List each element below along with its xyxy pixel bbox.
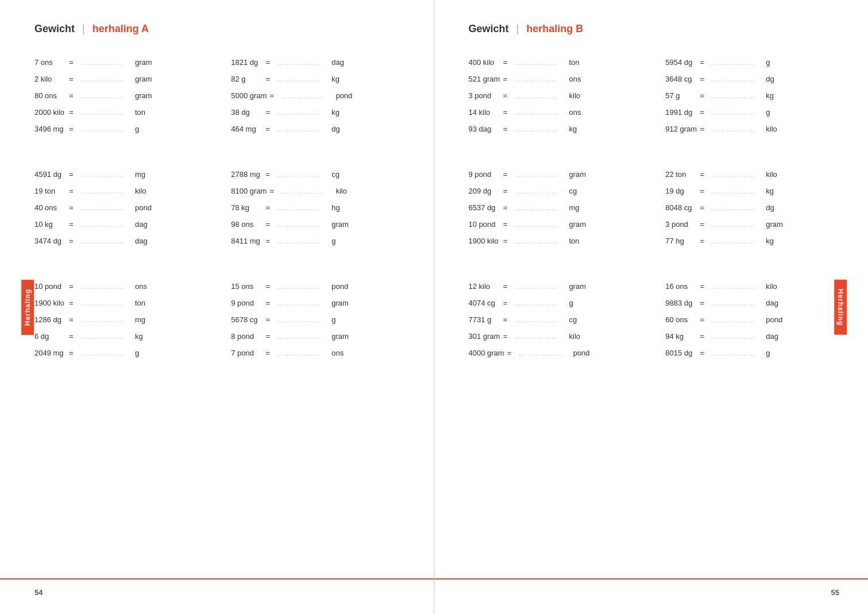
- exercise-blank[interactable]: ………………: [711, 299, 762, 307]
- exercise-blank[interactable]: ………………: [80, 349, 132, 357]
- exercise-blank[interactable]: ………………: [711, 333, 762, 341]
- exercise-item[interactable]: 9 pond=………………gram: [469, 170, 643, 179]
- exercise-blank[interactable]: ………………: [514, 204, 566, 212]
- exercise-blank[interactable]: ………………: [80, 92, 132, 100]
- exercise-item[interactable]: 7731 g=………………cg: [469, 315, 643, 324]
- exercise-blank[interactable]: ………………: [514, 92, 566, 100]
- exercise-item[interactable]: 1821 dg=………………dag: [231, 58, 404, 67]
- exercise-item[interactable]: 2000 kilo=………………ton: [34, 108, 208, 117]
- exercise-item[interactable]: 80 ons=………………gram: [34, 91, 208, 100]
- exercise-item[interactable]: 464 mg=………………dg: [231, 125, 404, 133]
- exercise-blank[interactable]: ………………: [518, 349, 570, 357]
- exercise-item[interactable]: 94 kg=………………dag: [665, 332, 839, 341]
- exercise-item[interactable]: 10 kg=………………dag: [34, 220, 208, 229]
- exercise-blank[interactable]: ………………: [276, 59, 328, 67]
- exercise-blank[interactable]: ………………: [80, 171, 132, 179]
- exercise-blank[interactable]: ………………: [514, 237, 566, 245]
- exercise-item[interactable]: 8100 gram=………………kilo: [231, 187, 404, 195]
- exercise-item[interactable]: 209 dg=………………cg: [469, 187, 643, 195]
- exercise-item[interactable]: 57 g=………………kg: [665, 91, 839, 100]
- exercise-item[interactable]: 12 kilo=………………gram: [469, 282, 643, 291]
- exercise-blank[interactable]: ………………: [711, 92, 762, 100]
- exercise-blank[interactable]: ………………: [276, 316, 328, 324]
- exercise-blank[interactable]: ………………: [276, 283, 328, 291]
- exercise-item[interactable]: 521 gram=………………ons: [469, 75, 643, 83]
- exercise-blank[interactable]: ………………: [80, 59, 132, 67]
- exercise-item[interactable]: 16 ons=………………kilo: [665, 282, 839, 291]
- exercise-blank[interactable]: ………………: [514, 299, 566, 307]
- exercise-item[interactable]: 8048 cg=………………dg: [665, 203, 839, 212]
- exercise-item[interactable]: 40 ons=………………pond: [34, 203, 208, 212]
- exercise-blank[interactable]: ………………: [711, 204, 762, 212]
- exercise-item[interactable]: 2788 mg=………………cg: [231, 170, 404, 179]
- exercise-item[interactable]: 38 dg=………………kg: [231, 108, 404, 117]
- exercise-blank[interactable]: ………………: [711, 349, 762, 357]
- exercise-blank[interactable]: ………………: [514, 59, 566, 67]
- exercise-item[interactable]: 4074 cg=………………g: [469, 299, 643, 307]
- exercise-blank[interactable]: ………………: [276, 333, 328, 341]
- exercise-item[interactable]: 7 ons=………………gram: [34, 58, 208, 67]
- exercise-item[interactable]: 6537 dg=………………mg: [469, 203, 643, 212]
- exercise-blank[interactable]: ………………: [711, 187, 762, 195]
- exercise-blank[interactable]: ………………: [276, 171, 328, 179]
- exercise-item[interactable]: 5678 cg=………………g: [231, 315, 404, 324]
- exercise-item[interactable]: 98 ons=………………gram: [231, 220, 404, 229]
- exercise-item[interactable]: 10 pond=………………ons: [34, 282, 208, 291]
- exercise-item[interactable]: 4591 dg=………………mg: [34, 170, 208, 179]
- exercise-blank[interactable]: ………………: [711, 237, 762, 245]
- exercise-item[interactable]: 82 g=………………kg: [231, 75, 404, 83]
- exercise-blank[interactable]: ………………: [80, 187, 132, 195]
- exercise-item[interactable]: 301 gram=………………kilo: [469, 332, 643, 341]
- exercise-blank[interactable]: ………………: [711, 316, 762, 324]
- exercise-item[interactable]: 1991 dg=………………g: [665, 108, 839, 117]
- exercise-blank[interactable]: ………………: [514, 109, 566, 117]
- exercise-item[interactable]: 8411 mg=………………g: [231, 237, 404, 245]
- exercise-blank[interactable]: ………………: [280, 187, 332, 195]
- exercise-blank[interactable]: ………………: [514, 171, 566, 179]
- exercise-blank[interactable]: ………………: [711, 109, 762, 117]
- exercise-item[interactable]: 1286 dg=………………mg: [34, 315, 208, 324]
- exercise-item[interactable]: 5954 dg=………………g: [665, 58, 839, 67]
- exercise-blank[interactable]: ………………: [276, 204, 328, 212]
- exercise-item[interactable]: 14 kilo=………………ons: [469, 108, 643, 117]
- exercise-blank[interactable]: ………………: [80, 237, 132, 245]
- exercise-blank[interactable]: ………………: [80, 299, 132, 307]
- exercise-blank[interactable]: ………………: [80, 109, 132, 117]
- exercise-blank[interactable]: ………………: [276, 125, 328, 133]
- exercise-blank[interactable]: ………………: [711, 283, 762, 291]
- exercise-blank[interactable]: ………………: [514, 316, 566, 324]
- exercise-blank[interactable]: ………………: [276, 349, 328, 357]
- exercise-blank[interactable]: ………………: [514, 333, 566, 341]
- exercise-blank[interactable]: ………………: [711, 171, 762, 179]
- exercise-blank[interactable]: ………………: [276, 221, 328, 229]
- exercise-blank[interactable]: ………………: [276, 237, 328, 245]
- exercise-item[interactable]: 5000 gram=………………pond: [231, 91, 404, 100]
- exercise-item[interactable]: 9883 dg=………………dag: [665, 299, 839, 307]
- exercise-item[interactable]: 3648 cg=………………dg: [665, 75, 839, 83]
- exercise-blank[interactable]: ………………: [80, 75, 132, 83]
- exercise-item[interactable]: 22 ton=………………kilo: [665, 170, 839, 179]
- exercise-blank[interactable]: ………………: [514, 283, 566, 291]
- exercise-item[interactable]: 78 kg=………………hg: [231, 203, 404, 212]
- exercise-blank[interactable]: ………………: [276, 75, 328, 83]
- exercise-item[interactable]: 4000 gram=………………pond: [469, 349, 643, 357]
- exercise-item[interactable]: 3 pond=………………gram: [665, 220, 839, 229]
- exercise-item[interactable]: 3496 mg=………………g: [34, 125, 208, 133]
- exercise-blank[interactable]: ………………: [80, 125, 132, 133]
- exercise-blank[interactable]: ………………: [80, 204, 132, 212]
- exercise-blank[interactable]: ………………: [711, 125, 762, 133]
- exercise-item[interactable]: 7 pond=………………ons: [231, 349, 404, 357]
- exercise-item[interactable]: 1900 kilo=………………ton: [469, 237, 643, 245]
- exercise-item[interactable]: 93 dag=………………kg: [469, 125, 643, 133]
- exercise-item[interactable]: 2049 mg=………………g: [34, 349, 208, 357]
- exercise-blank[interactable]: ………………: [514, 75, 566, 83]
- exercise-item[interactable]: 1900 kilo=………………ton: [34, 299, 208, 307]
- exercise-blank[interactable]: ………………: [276, 299, 328, 307]
- exercise-blank[interactable]: ………………: [711, 75, 762, 83]
- exercise-blank[interactable]: ………………: [514, 187, 566, 195]
- exercise-item[interactable]: 77 hg=………………kg: [665, 237, 839, 245]
- exercise-item[interactable]: 19 dg=………………kg: [665, 187, 839, 195]
- exercise-item[interactable]: 3 pond=………………kilo: [469, 91, 643, 100]
- exercise-blank[interactable]: ………………: [80, 333, 132, 341]
- exercise-blank[interactable]: ………………: [80, 316, 132, 324]
